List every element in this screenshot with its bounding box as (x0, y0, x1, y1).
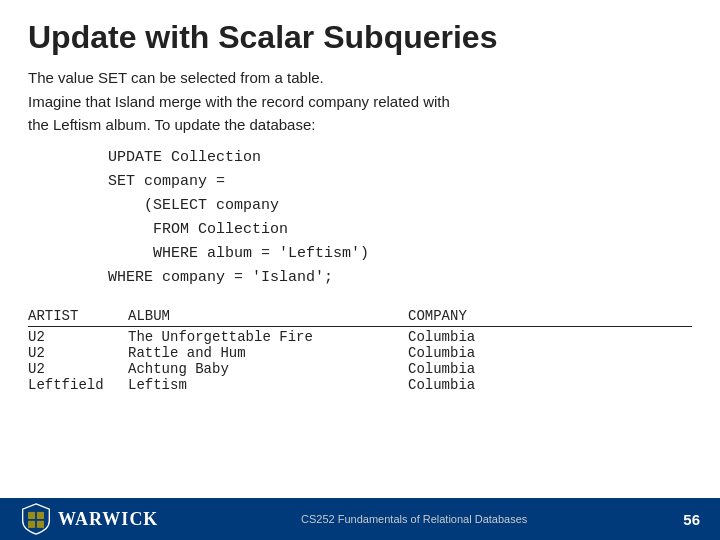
cell-artist: U2 (28, 361, 128, 377)
col-header-company: COMPANY (408, 308, 568, 324)
slide-number: 56 (670, 511, 700, 528)
desc-line1: The value SET can be selected from a tab… (28, 69, 324, 86)
warwick-shield-icon (20, 503, 52, 535)
footer-center-text: CS252 Fundamentals of Relational Databas… (158, 513, 670, 525)
svg-rect-3 (37, 521, 44, 528)
cell-album: Achtung Baby (128, 361, 408, 377)
cell-album: The Unforgettable Fire (128, 329, 408, 345)
warwick-logo: WARWICK (20, 503, 158, 535)
table-section: ARTIST ALBUM COMPANY U2 The Unforgettabl… (28, 308, 692, 393)
cell-company: Columbia (408, 361, 568, 377)
code-block: UPDATE CollectionSET company = (SELECT c… (108, 146, 692, 290)
cell-artist: U2 (28, 329, 128, 345)
cell-artist: Leftfield (28, 377, 128, 393)
cell-company: Columbia (408, 329, 568, 345)
desc-line2: Imagine that Island merge with the recor… (28, 93, 450, 110)
table-row: U2 Achtung Baby Columbia (28, 361, 692, 377)
description: The value SET can be selected from a tab… (28, 66, 692, 136)
svg-rect-2 (28, 521, 35, 528)
table-rows: U2 The Unforgettable Fire Columbia U2 Ra… (28, 329, 692, 393)
cell-album: Leftism (128, 377, 408, 393)
cell-company: Columbia (408, 377, 568, 393)
col-header-album: ALBUM (128, 308, 408, 324)
col-header-artist: ARTIST (28, 308, 128, 324)
page-title: Update with Scalar Subqueries (28, 18, 692, 56)
table-header-row: ARTIST ALBUM COMPANY (28, 308, 692, 324)
cell-company: Columbia (408, 345, 568, 361)
svg-rect-0 (28, 512, 35, 519)
table-row: U2 Rattle and Hum Columbia (28, 345, 692, 361)
warwick-text: WARWICK (58, 509, 158, 530)
table-row: U2 The Unforgettable Fire Columbia (28, 329, 692, 345)
table-divider (28, 326, 692, 327)
svg-rect-1 (37, 512, 44, 519)
footer: WARWICK CS252 Fundamentals of Relational… (0, 498, 720, 540)
desc-line3: the Leftism album. To update the databas… (28, 116, 315, 133)
cell-album: Rattle and Hum (128, 345, 408, 361)
cell-artist: U2 (28, 345, 128, 361)
table-row: Leftfield Leftism Columbia (28, 377, 692, 393)
